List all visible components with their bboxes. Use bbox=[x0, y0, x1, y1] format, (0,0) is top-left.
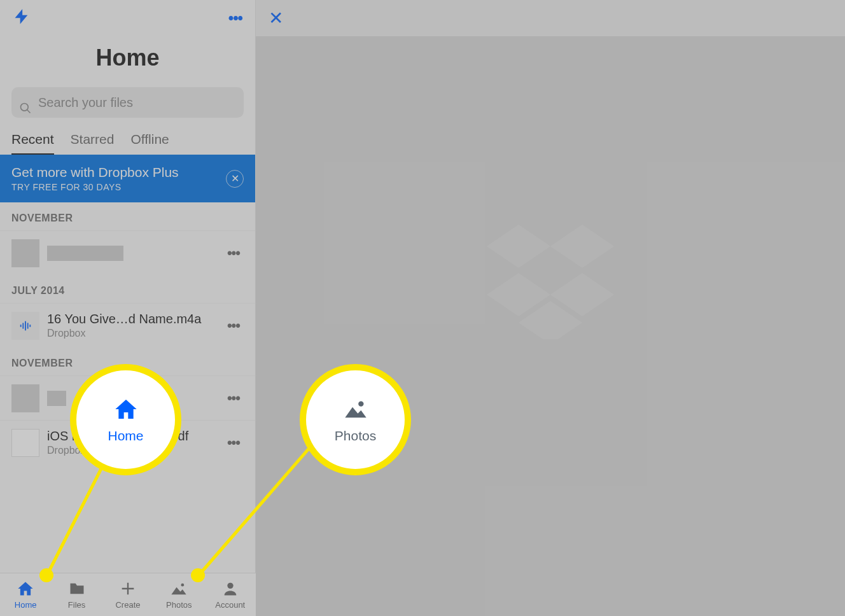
svg-rect-4 bbox=[25, 321, 26, 330]
more-icon[interactable]: ••• bbox=[223, 435, 244, 451]
tabbar-home[interactable]: Home bbox=[6, 580, 45, 610]
file-location: Dropbox bbox=[47, 328, 223, 339]
tabbar-files[interactable]: Files bbox=[58, 580, 96, 610]
plus-icon bbox=[119, 580, 137, 598]
search-input[interactable] bbox=[11, 87, 244, 118]
tabbar-label: Home bbox=[15, 600, 37, 610]
search-icon bbox=[19, 102, 32, 115]
section-header: JULY 2014 bbox=[0, 275, 255, 303]
file-name: 16 You Give…d Name.m4a bbox=[47, 312, 223, 326]
sidebar: ••• Home Recent Starred Offline Get more… bbox=[0, 0, 256, 598]
svg-point-9 bbox=[227, 583, 233, 589]
tabbar-label: Create bbox=[115, 600, 140, 610]
svg-rect-5 bbox=[27, 323, 29, 328]
tabbar-account[interactable]: Account bbox=[211, 580, 249, 610]
home-icon bbox=[113, 396, 139, 422]
close-icon[interactable]: ✕ bbox=[269, 8, 283, 29]
main-header: ✕ bbox=[256, 0, 845, 36]
file-info: 16 You Give…d Name.m4a Dropbox bbox=[47, 312, 223, 339]
tabbar-label: Files bbox=[68, 600, 85, 610]
promo-title: Get more with Dropbox Plus bbox=[11, 165, 179, 180]
svg-line-1 bbox=[27, 110, 31, 113]
section-header: NOVEMBER bbox=[0, 202, 255, 230]
callout-label: Photos bbox=[335, 428, 376, 444]
more-icon[interactable]: ••• bbox=[223, 245, 244, 262]
promo-banner[interactable]: Get more with Dropbox Plus TRY FREE FOR … bbox=[0, 155, 255, 202]
account-icon bbox=[221, 580, 239, 598]
svg-rect-2 bbox=[20, 325, 22, 327]
callout-dot bbox=[39, 568, 53, 582]
svg-point-0 bbox=[21, 104, 29, 111]
search-wrap bbox=[0, 87, 255, 132]
dropbox-logo-icon bbox=[484, 225, 617, 342]
promo-text: Get more with Dropbox Plus TRY FREE FOR … bbox=[11, 165, 179, 192]
list-item[interactable]: 16 You Give…d Name.m4a Dropbox ••• bbox=[0, 303, 255, 347]
more-icon[interactable]: ••• bbox=[223, 318, 244, 334]
callout-label: Home bbox=[108, 428, 143, 444]
close-icon[interactable]: ✕ bbox=[226, 170, 244, 188]
home-icon bbox=[17, 580, 34, 598]
callout-dot bbox=[191, 568, 205, 582]
tab-starred[interactable]: Starred bbox=[71, 132, 115, 155]
tabbar-label: Photos bbox=[166, 600, 192, 610]
list-item[interactable]: ••• bbox=[0, 230, 255, 275]
bottom-tabbar: Home Files Create Photos Account bbox=[0, 573, 256, 616]
sidebar-header: ••• bbox=[0, 0, 255, 35]
photos-icon bbox=[170, 580, 188, 598]
redacted-text bbox=[47, 246, 123, 261]
document-icon bbox=[11, 429, 39, 457]
filter-tabs: Recent Starred Offline bbox=[0, 132, 255, 155]
svg-rect-3 bbox=[22, 323, 24, 328]
callout-photos: Photos bbox=[300, 364, 411, 475]
svg-rect-6 bbox=[29, 325, 31, 327]
folder-icon bbox=[68, 580, 86, 598]
bolt-icon[interactable] bbox=[13, 8, 31, 28]
tabbar-photos[interactable]: Photos bbox=[160, 580, 198, 610]
promo-subtitle: TRY FREE FOR 30 DAYS bbox=[11, 182, 179, 192]
svg-point-10 bbox=[358, 401, 363, 406]
file-thumbnail bbox=[11, 239, 39, 267]
file-info bbox=[47, 246, 223, 261]
tab-offline[interactable]: Offline bbox=[130, 132, 169, 155]
svg-point-8 bbox=[181, 584, 185, 587]
file-thumbnail bbox=[11, 384, 39, 412]
callout-home: Home bbox=[70, 364, 181, 475]
main-panel: ✕ bbox=[256, 0, 845, 616]
photos-icon bbox=[343, 396, 368, 422]
audio-icon bbox=[11, 312, 39, 340]
redacted-text bbox=[47, 391, 66, 406]
more-icon[interactable]: ••• bbox=[228, 9, 242, 27]
more-icon[interactable]: ••• bbox=[223, 390, 244, 407]
tabbar-label: Account bbox=[215, 600, 245, 610]
tab-recent[interactable]: Recent bbox=[11, 132, 54, 155]
page-title: Home bbox=[0, 35, 255, 87]
tabbar-create[interactable]: Create bbox=[109, 580, 147, 610]
